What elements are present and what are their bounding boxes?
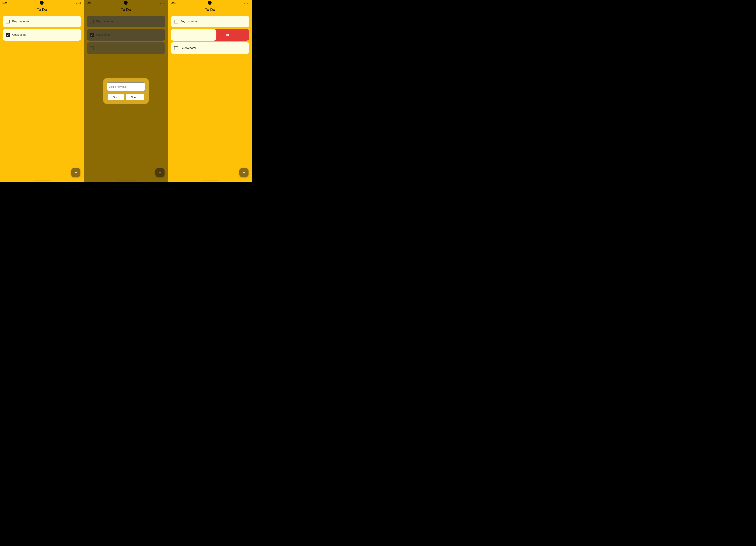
new-task-input[interactable] [107, 82, 145, 91]
status-bar-right: 12:51 ▲ ▲ ▮ [168, 0, 252, 6]
time-left: 11:08 [2, 2, 7, 4]
task-card-buy-groceries-left[interactable]: Buy groceries [3, 16, 81, 27]
signal-icon-r: ▲ [246, 2, 248, 4]
signal-icon: ▲ [78, 2, 80, 4]
task-card-cook-dinner-right[interactable]: Cook dinner [171, 29, 216, 41]
wifi-icon: ▲ [76, 2, 78, 4]
nav-indicator-left [33, 180, 51, 180]
task-label-buy-groceries-left: Buy groceries [12, 20, 29, 23]
fab-right[interactable]: + [239, 168, 249, 177]
fab-left[interactable]: + [71, 168, 80, 177]
status-icons-right: ▲ ▲ ▮ [244, 2, 250, 4]
battery-icon-r: ▮ [249, 2, 250, 4]
nav-indicator-right [201, 180, 219, 180]
dialog-button-row: Save Cancel [107, 94, 145, 100]
bottom-bar-right [168, 178, 252, 182]
task-list-left: Buy groceries Cook dinner [0, 14, 84, 178]
plus-icon-left: + [74, 170, 77, 175]
middle-panel: 12:51 ▲ ▲ ▮ To Do Buy groceries Cook din… [84, 0, 168, 182]
task-card-be-awesome-right[interactable]: Be Awesome! [171, 42, 249, 54]
left-panel: 11:08 ▲ ▲ ▮ To Do Buy groceries Cook din… [0, 0, 84, 182]
wifi-icon-r: ▲ [244, 2, 246, 4]
task-card-cook-dinner-left[interactable]: Cook dinner [3, 29, 81, 41]
task-card-buy-groceries-right[interactable]: Buy groceries [171, 16, 249, 27]
right-panel: 12:51 ▲ ▲ ▮ To Do Buy groceries 🗑 Cook d… [168, 0, 252, 182]
status-icons-left: ▲ ▲ ▮ [76, 2, 82, 4]
bottom-bar-left [0, 178, 84, 182]
status-bar-left: 11:08 ▲ ▲ ▮ [0, 0, 84, 6]
checkbox-cook-dinner-left[interactable] [6, 33, 10, 37]
checkbox-buy-groceries-left[interactable] [6, 20, 10, 23]
task-list-right: Buy groceries 🗑 Cook dinner Be Awesome! [168, 14, 252, 178]
task-label-buy-groceries-right: Buy groceries [180, 20, 198, 23]
camera-notch-right [208, 1, 212, 5]
checkbox-be-awesome-right[interactable] [174, 46, 178, 50]
save-button[interactable]: Save [108, 94, 124, 100]
plus-icon-right: + [243, 170, 245, 175]
time-right: 12:51 [171, 2, 176, 4]
dialog-overlay: Save Cancel [84, 0, 168, 182]
camera-notch-left [40, 1, 44, 5]
app-title-right: To Do [168, 6, 252, 14]
task-label-cook-dinner-left: Cook dinner [12, 33, 27, 36]
task-card-wrapper-cook-dinner-right: 🗑 Cook dinner [171, 29, 249, 41]
battery-icon: ▮ [80, 2, 81, 4]
checkbox-buy-groceries-right[interactable] [174, 20, 178, 23]
trash-icon: 🗑 [226, 33, 230, 37]
add-task-dialog: Save Cancel [103, 78, 149, 104]
app-title-left: To Do [0, 6, 84, 14]
cancel-button[interactable]: Cancel [126, 94, 144, 100]
task-label-be-awesome-right: Be Awesome! [180, 47, 198, 50]
